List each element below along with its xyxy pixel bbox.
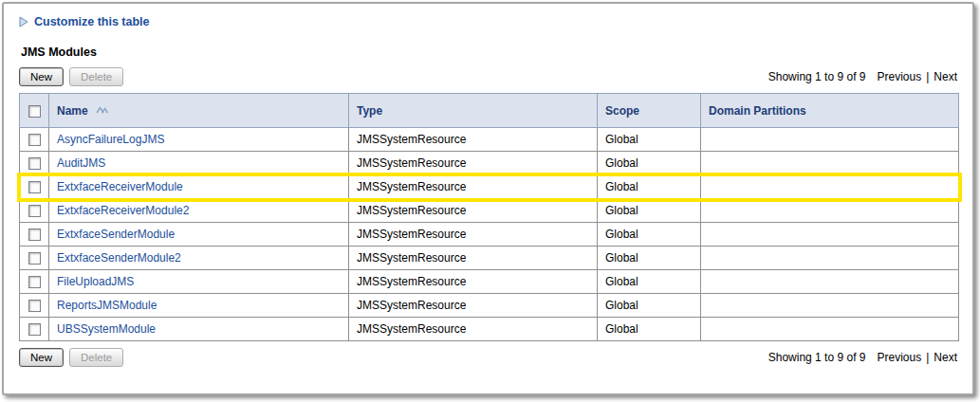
table-row: ExtxfaceReceiverModule2 JMSSystemResourc… bbox=[20, 199, 959, 223]
type-cell: JMSSystemResource bbox=[349, 175, 598, 199]
row-checkbox[interactable] bbox=[28, 276, 41, 288]
paging-status: Showing 1 to 9 of 9 bbox=[768, 70, 866, 83]
row-checkbox-cell bbox=[20, 318, 49, 341]
next-link[interactable]: Next bbox=[934, 70, 957, 83]
table-row: AsyncFailureLogJMS JMSSystemResource Glo… bbox=[20, 128, 959, 152]
next-link[interactable]: Next bbox=[934, 351, 957, 364]
row-checkbox[interactable] bbox=[28, 252, 41, 265]
row-checkbox-cell bbox=[20, 223, 49, 247]
scope-cell: Global bbox=[598, 294, 701, 318]
domain-partitions-cell bbox=[701, 270, 959, 294]
type-cell: JMSSystemResource bbox=[349, 199, 598, 223]
table-row: ExtxfaceSenderModule JMSSystemResource G… bbox=[20, 223, 959, 247]
module-name-link[interactable]: ExtxfaceSenderModule bbox=[57, 228, 175, 241]
column-header-type: Type bbox=[349, 94, 598, 128]
name-cell: ExtxfaceReceiverModule bbox=[49, 175, 349, 199]
jms-modules-table: Name Type Scope Domain Partitions AsyncF… bbox=[19, 93, 959, 341]
table-row: UBSSystemModule JMSSystemResource Global bbox=[20, 318, 959, 341]
type-cell: JMSSystemResource bbox=[349, 294, 598, 318]
sort-ascending-icon bbox=[96, 103, 109, 117]
type-cell: JMSSystemResource bbox=[349, 128, 598, 152]
table-row: ReportsJMSModule JMSSystemResource Globa… bbox=[20, 294, 959, 318]
customize-table-link[interactable]: Customize this table bbox=[34, 15, 150, 28]
top-button-group: New Delete bbox=[19, 67, 123, 86]
table-row: ExtxfaceReceiverModule JMSSystemResource… bbox=[20, 175, 959, 199]
column-header-domain-partitions: Domain Partitions bbox=[701, 94, 959, 128]
row-checkbox[interactable] bbox=[28, 181, 41, 193]
table-row: ExtxfaceSenderModule2 JMSSystemResource … bbox=[20, 247, 959, 270]
row-checkbox-cell bbox=[20, 152, 49, 175]
type-cell: JMSSystemResource bbox=[349, 247, 598, 270]
row-checkbox-cell bbox=[20, 128, 49, 152]
name-cell: ExtxfaceReceiverModule2 bbox=[49, 199, 349, 223]
scope-cell: Global bbox=[598, 318, 701, 341]
scope-cell: Global bbox=[598, 270, 701, 294]
delete-button[interactable]: Delete bbox=[69, 67, 123, 86]
row-checkbox[interactable] bbox=[28, 323, 41, 336]
type-cell: JMSSystemResource bbox=[349, 152, 598, 175]
row-checkbox-cell bbox=[20, 199, 49, 223]
type-cell: JMSSystemResource bbox=[349, 318, 598, 341]
module-name-link[interactable]: ExtxfaceReceiverModule bbox=[57, 180, 183, 193]
row-checkbox[interactable] bbox=[28, 134, 41, 146]
row-checkbox-cell bbox=[20, 175, 49, 199]
row-checkbox[interactable] bbox=[28, 300, 41, 312]
new-button[interactable]: New bbox=[19, 67, 64, 86]
scope-cell: Global bbox=[598, 175, 701, 199]
module-name-link[interactable]: AuditJMS bbox=[57, 156, 105, 170]
domain-partitions-cell bbox=[701, 199, 959, 223]
column-header-name[interactable]: Name bbox=[49, 94, 349, 128]
paging-separator: | bbox=[926, 351, 929, 364]
name-cell: FileUploadJMS bbox=[49, 270, 349, 294]
bottom-button-group: New Delete bbox=[19, 348, 123, 367]
new-button[interactable]: New bbox=[19, 348, 64, 367]
scope-cell: Global bbox=[598, 199, 701, 223]
row-checkbox[interactable] bbox=[28, 205, 41, 217]
name-cell: ExtxfaceSenderModule2 bbox=[49, 247, 349, 270]
module-name-link[interactable]: AsyncFailureLogJMS bbox=[57, 133, 164, 146]
top-toolbar: New Delete Showing 1 to 9 of 9 Previous|… bbox=[19, 67, 959, 86]
module-name-link[interactable]: ExtxfaceReceiverModule2 bbox=[57, 204, 189, 217]
type-cell: JMSSystemResource bbox=[349, 270, 598, 294]
previous-link[interactable]: Previous bbox=[878, 70, 922, 83]
row-checkbox[interactable] bbox=[28, 157, 41, 170]
name-cell: ReportsJMSModule bbox=[49, 294, 349, 318]
row-checkbox[interactable] bbox=[28, 228, 41, 241]
domain-partitions-cell bbox=[701, 175, 959, 199]
scope-cell: Global bbox=[598, 128, 701, 152]
name-cell: AsyncFailureLogJMS bbox=[49, 128, 349, 152]
module-name-link[interactable]: FileUploadJMS bbox=[57, 275, 134, 288]
paging-status: Showing 1 to 9 of 9 bbox=[768, 351, 866, 364]
table-row: AuditJMS JMSSystemResource Global bbox=[20, 152, 959, 175]
column-header-scope: Scope bbox=[598, 94, 701, 128]
type-cell: JMSSystemResource bbox=[349, 223, 598, 247]
module-name-link[interactable]: ExtxfaceSenderModule2 bbox=[57, 251, 181, 265]
name-cell: AuditJMS bbox=[49, 152, 349, 175]
expand-arrow-icon bbox=[19, 16, 28, 27]
module-name-link[interactable]: ReportsJMSModule bbox=[57, 299, 157, 312]
domain-partitions-cell bbox=[701, 128, 959, 152]
select-all-checkbox[interactable] bbox=[28, 105, 41, 118]
domain-partitions-cell bbox=[701, 294, 959, 318]
scope-cell: Global bbox=[598, 223, 701, 247]
table-header: Name Type Scope Domain Partitions bbox=[20, 94, 959, 128]
paging-separator: | bbox=[926, 70, 929, 83]
pagination: Showing 1 to 9 of 9 Previous|Next bbox=[768, 70, 959, 83]
select-all-cell bbox=[20, 94, 49, 128]
name-cell: ExtxfaceSenderModule bbox=[49, 223, 349, 247]
delete-button[interactable]: Delete bbox=[69, 348, 123, 367]
table-body: AsyncFailureLogJMS JMSSystemResource Glo… bbox=[20, 128, 959, 341]
module-name-link[interactable]: UBSSystemModule bbox=[57, 322, 156, 336]
table-row: FileUploadJMS JMSSystemResource Global bbox=[20, 270, 959, 294]
scope-cell: Global bbox=[598, 247, 701, 270]
domain-partitions-cell bbox=[701, 247, 959, 270]
row-checkbox-cell bbox=[20, 247, 49, 270]
row-checkbox-cell bbox=[20, 270, 49, 294]
previous-link[interactable]: Previous bbox=[878, 351, 922, 364]
name-cell: UBSSystemModule bbox=[49, 318, 349, 341]
console-panel: Customize this table JMS Modules New Del… bbox=[2, 2, 974, 395]
domain-partitions-cell bbox=[701, 223, 959, 247]
row-checkbox-cell bbox=[20, 294, 49, 318]
bottom-toolbar: New Delete Showing 1 to 9 of 9 Previous|… bbox=[19, 348, 959, 367]
domain-partitions-cell bbox=[701, 152, 959, 175]
